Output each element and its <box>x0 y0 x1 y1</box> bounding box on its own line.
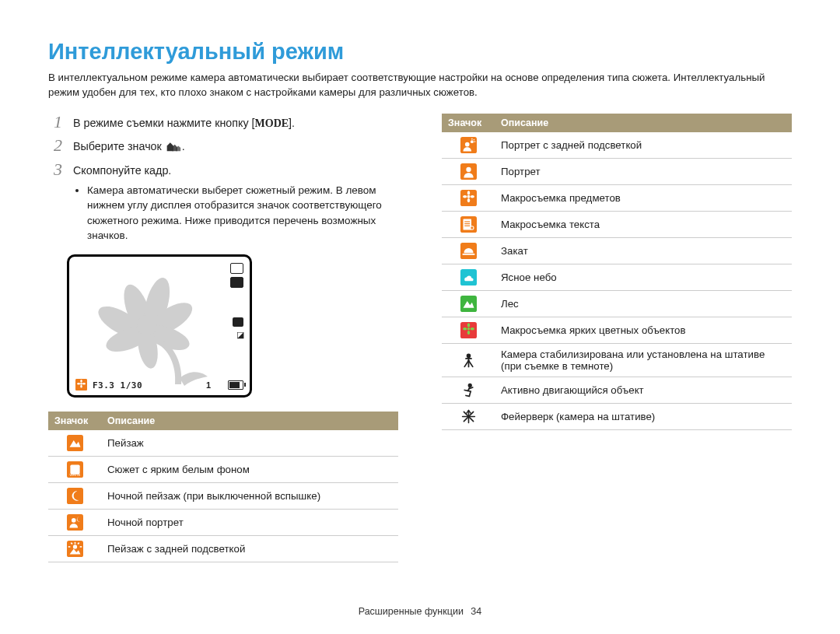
macro-object-icon <box>460 190 477 206</box>
clear-sky-icon <box>460 269 477 285</box>
step-2: 2 Выберите значок . <box>48 137 398 156</box>
icon-cell <box>442 185 495 212</box>
step-3-bullet: Камера автоматически выберет сюжетный ре… <box>87 183 398 243</box>
night-landscape-icon <box>67 488 83 504</box>
overlay-stabilizer-icon: ◪ <box>236 330 244 340</box>
step-1-text-before: В режиме съемки нажмите кнопку [ <box>73 117 255 129</box>
battery-icon <box>228 380 243 390</box>
page-title: Интеллектуальный режим <box>48 39 792 65</box>
icon-cell <box>442 238 495 264</box>
desc-cell: Портрет <box>495 159 792 185</box>
portrait-icon <box>460 163 477 180</box>
icon-cell <box>442 264 495 291</box>
desc-cell: Закат <box>495 238 792 264</box>
th-desc: Описание <box>101 412 398 430</box>
shots-remaining: 1 <box>206 380 211 390</box>
desc-cell: Макросъемка текста <box>495 212 792 238</box>
camera-display-frame: ◪ F3.3 1/30 1 <box>67 254 252 398</box>
icon-cell <box>442 317 495 344</box>
night-portrait-icon <box>67 514 83 531</box>
step-3: 3 Скомпонуйте кадр. Камера автоматически… <box>48 161 398 243</box>
th-icon: Значок <box>48 412 101 430</box>
step-number: 2 <box>48 137 62 154</box>
mode-key-label: MODE <box>255 117 289 129</box>
icon-cell <box>442 291 495 317</box>
table-row: Пейзаж с задней подсветкой <box>48 535 398 562</box>
right-column: Значок Описание Портрет с задней подсвет… <box>442 114 792 562</box>
table-row: Камера стабилизирована или установлена н… <box>442 344 792 377</box>
step-number: 3 <box>48 161 62 178</box>
table-row: Фейерверк (камера на штативе) <box>442 404 792 430</box>
icon-table-right: Значок Описание Портрет с задней подсвет… <box>442 114 792 430</box>
icon-cell <box>48 482 101 509</box>
table-row: Ясное небо <box>442 264 792 291</box>
icon-cell <box>48 430 101 457</box>
desc-cell: Ночной пейзаж (при выключенной вспышке) <box>101 482 398 509</box>
desc-cell: Активно двигающийся объект <box>495 377 792 404</box>
landscape-icon <box>67 435 83 451</box>
table-row: Портрет <box>442 159 792 185</box>
table-row: Ночной портрет <box>48 509 398 535</box>
page-footer: Расширенные функции 34 <box>0 606 840 617</box>
sunset-icon <box>460 243 477 259</box>
detected-scene-icon <box>75 379 87 391</box>
flower-illustration <box>83 271 215 387</box>
th-desc: Описание <box>495 114 792 132</box>
table-row: Макросъемка предметов <box>442 185 792 212</box>
step-2-text-before: Выберите значок <box>73 140 165 152</box>
table-row: Лес <box>442 291 792 317</box>
backlit-landscape-icon <box>67 541 83 557</box>
desc-cell: Лес <box>495 291 792 317</box>
table-row: Макросъемка текста <box>442 212 792 238</box>
overlay-flash-auto-icon <box>233 317 243 327</box>
step-2-text-after: . <box>182 140 185 152</box>
icon-cell <box>48 535 101 562</box>
white-bg-icon <box>67 461 83 478</box>
step-3-text: Скомпонуйте кадр. <box>73 164 171 177</box>
step-3-bullet-list: Камера автоматически выберет сюжетный ре… <box>73 183 398 243</box>
table-row: Ночной пейзаж (при выключенной вспышке) <box>48 482 398 509</box>
footer-page-number: 34 <box>471 606 481 617</box>
step-number: 1 <box>48 114 62 131</box>
desc-cell: Макросъемка предметов <box>495 185 792 212</box>
table-row: Портрет с задней подсветкой <box>442 132 792 159</box>
left-column: 1 В режиме съемки нажмите кнопку [MODE].… <box>48 114 398 562</box>
tripod-icon <box>460 352 477 369</box>
icon-cell <box>48 456 101 482</box>
macro-color-icon <box>460 322 477 338</box>
icon-cell <box>442 212 495 238</box>
icon-cell <box>442 132 495 159</box>
th-icon: Значок <box>442 114 495 132</box>
icon-cell <box>48 509 101 535</box>
overlay-photo-mode-icon <box>230 263 243 274</box>
desc-cell: Сюжет с ярким белым фоном <box>101 456 398 482</box>
table-row: Закат <box>442 238 792 264</box>
smart-auto-icon <box>165 140 182 156</box>
desc-cell: Макросъемка ярких цветных объектов <box>495 317 792 344</box>
action-icon <box>460 382 477 398</box>
desc-cell: Ясное небо <box>495 264 792 291</box>
table-row: Пейзаж <box>48 430 398 457</box>
icon-cell <box>442 404 495 430</box>
step-1: 1 В режиме съемки нажмите кнопку [MODE]. <box>48 114 398 131</box>
icon-cell <box>442 159 495 185</box>
backlit-portrait-icon <box>460 137 477 153</box>
forest-icon <box>460 296 477 312</box>
footer-section: Расширенные функции <box>359 606 464 617</box>
step-1-text-after: ]. <box>289 117 295 129</box>
table-row: Активно двигающийся объект <box>442 377 792 404</box>
svg-point-65 <box>137 315 157 335</box>
desc-cell: Ночной портрет <box>101 509 398 535</box>
desc-cell: Пейзаж с задней подсветкой <box>101 535 398 562</box>
exposure-readout: F3.3 1/30 <box>93 380 142 391</box>
desc-cell: Камера стабилизирована или установлена н… <box>495 344 792 377</box>
icon-cell <box>442 377 495 404</box>
fireworks-icon <box>460 408 477 425</box>
desc-cell: Портрет с задней подсветкой <box>495 132 792 159</box>
table-row: Макросъемка ярких цветных объектов <box>442 317 792 344</box>
macro-text-icon <box>460 216 477 233</box>
icon-cell <box>442 344 495 377</box>
desc-cell: Фейерверк (камера на штативе) <box>495 404 792 430</box>
intro-paragraph: В интеллектуальном режиме камера автомат… <box>48 71 792 100</box>
desc-cell: Пейзаж <box>101 430 398 457</box>
